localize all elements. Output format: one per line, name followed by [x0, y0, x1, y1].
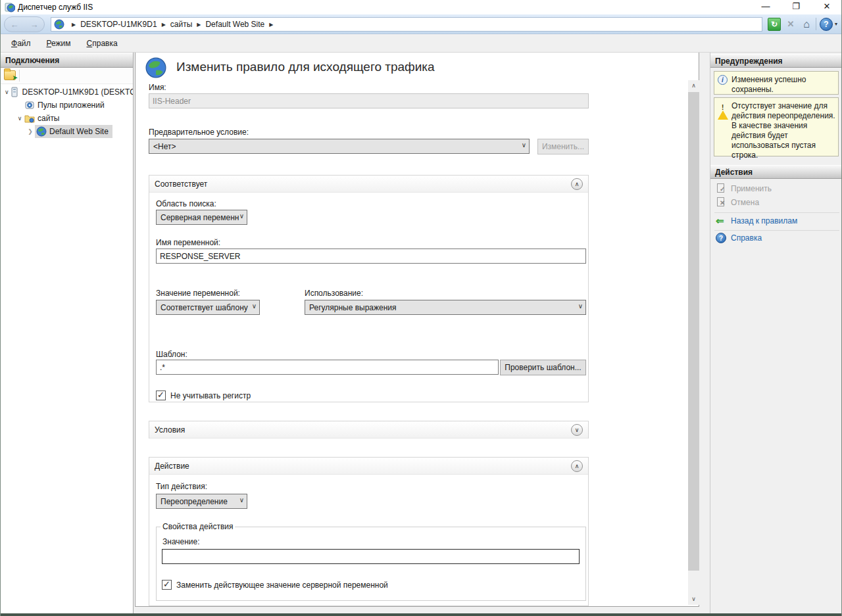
collapse-icon[interactable]: ∨: [5, 89, 9, 95]
breadcrumb-arrow-icon[interactable]: ▶: [162, 22, 166, 28]
menu-help[interactable]: Справка: [82, 36, 123, 51]
chevron-down-icon: ∨: [578, 302, 583, 310]
ignore-case-checkbox[interactable]: [156, 391, 166, 400]
page-globe-icon: [145, 57, 167, 79]
app-pools-icon: [24, 100, 35, 110]
tree-item-sites[interactable]: ∨ сайты: [1, 112, 133, 125]
breadcrumb-item-sites[interactable]: сайты: [170, 20, 193, 29]
value-label: Значение:: [162, 537, 200, 546]
action-section-title: Действие: [149, 458, 588, 475]
nav-buttons: ← →: [4, 16, 45, 32]
apply-label: Применить: [731, 184, 772, 193]
precondition-select[interactable]: <Нет> ∨: [149, 139, 530, 154]
variable-value-select[interactable]: Соответствует шаблону ∨: [156, 300, 260, 315]
title-bar: Диспетчер служб IIS — ❐ ✕: [1, 0, 842, 14]
precondition-value: <Нет>: [153, 142, 176, 151]
menu-view[interactable]: Режим: [41, 36, 76, 51]
back-to-rules-label[interactable]: Назад к правилам: [731, 216, 797, 225]
tree-item-label: Default Web Site: [49, 127, 109, 136]
cancel-action: ✕ Отмена: [716, 197, 759, 208]
chevron-down-icon: ∨: [522, 141, 526, 149]
globe-icon: [54, 19, 64, 30]
chevron-down-icon: ∨: [239, 496, 244, 504]
expand-section-button[interactable]: ∨: [571, 424, 583, 436]
test-pattern-button[interactable]: Проверить шаблон...: [500, 360, 586, 375]
menu-bar: Файл Режим Справка: [1, 34, 842, 53]
collapse-section-button[interactable]: ∧: [571, 460, 583, 472]
scope-label: Область поиска:: [156, 199, 216, 208]
name-label: Имя:: [149, 83, 166, 92]
toolbar-divider: [816, 18, 816, 30]
tree-item-label: сайты: [37, 114, 60, 123]
collapse-section-button[interactable]: ∧: [571, 178, 583, 190]
expand-icon[interactable]: ❯: [26, 128, 35, 135]
usage-label: Использование:: [305, 289, 363, 298]
conditions-section-title: Условия: [149, 421, 588, 438]
ignore-case-label[interactable]: Не учитывать регистр: [170, 391, 251, 400]
help-icon: ?: [716, 233, 726, 243]
tree-item-label: Пулы приложений: [37, 101, 105, 110]
home-icon[interactable]: ⌂: [800, 18, 813, 31]
apply-action: ✓ Применить: [716, 183, 772, 194]
help-icon[interactable]: ?: [820, 18, 833, 31]
close-button[interactable]: ✕: [816, 0, 838, 14]
scroll-down-icon[interactable]: ∨: [688, 594, 699, 605]
collapse-icon[interactable]: ∨: [15, 115, 24, 122]
restore-button[interactable]: ❐: [785, 0, 807, 14]
refresh-icon[interactable]: ↻: [768, 18, 781, 31]
connections-tree: ∨ DESKTOP-U1MK9D1 (DESKTOI Пулы приложен…: [1, 85, 133, 138]
connections-panel: Подключения ➤ ∨ DESKTOP-U1MK9D1 (DESKTOI: [1, 53, 134, 613]
action-type-value: Переопределение: [161, 497, 228, 506]
cancel-icon: ✕: [716, 197, 726, 208]
pattern-field[interactable]: [156, 360, 499, 375]
help-link[interactable]: ? Справка: [716, 233, 762, 243]
breadcrumb-item-server[interactable]: DESKTOP-U1MK9D1: [80, 20, 157, 29]
breadcrumb-arrow-icon[interactable]: ▶: [197, 22, 201, 28]
server-icon: [9, 87, 20, 97]
back-to-rules-link[interactable]: ⇐ Назад к правилам: [716, 216, 797, 226]
conditions-section: Условия ∨: [149, 421, 589, 438]
help-label[interactable]: Справка: [731, 233, 762, 243]
usage-select[interactable]: Регулярные выражения ∨: [305, 300, 586, 315]
breadcrumb[interactable]: ▶ DESKTOP-U1MK9D1 ▶ сайты ▶ Default Web …: [51, 17, 762, 32]
scrollbar-thumb[interactable]: [688, 92, 699, 571]
actions-header: Действия: [710, 165, 842, 179]
action-section: Действие ∧ Тип действия: Переопределение…: [149, 457, 589, 606]
panel-gap: [135, 607, 699, 613]
divider: [714, 212, 839, 213]
menu-file[interactable]: Файл: [6, 36, 36, 51]
value-field[interactable]: [162, 549, 580, 564]
variable-value: Соответствует шаблону: [161, 303, 248, 312]
info-message: Изменения успешно сохранены.: [731, 75, 806, 94]
name-field: [149, 93, 589, 108]
match-section-title: Соответствует: [149, 176, 588, 193]
forward-icon: →: [30, 20, 39, 30]
tree-item-default-web-site[interactable]: ❯ Default Web Site: [1, 125, 133, 138]
scroll-up-icon[interactable]: ∧: [688, 80, 699, 91]
tree-item-app-pools[interactable]: Пулы приложений: [1, 99, 133, 112]
actions-panel: Предупреждения i Изменения успешно сохра…: [710, 53, 842, 613]
back-arrow-icon: ⇐: [716, 216, 726, 226]
save-connection-icon[interactable]: ➤: [4, 70, 16, 80]
tree-item-server[interactable]: ∨ DESKTOP-U1MK9D1 (DESKTOI: [1, 85, 133, 99]
breadcrumb-arrow-icon[interactable]: ▶: [269, 22, 273, 28]
action-properties-legend: Свойства действия: [161, 522, 235, 531]
app-icon: [5, 2, 15, 12]
replace-value-checkbox[interactable]: [162, 580, 172, 590]
help-caret-icon[interactable]: ▾: [835, 21, 837, 27]
variable-value-label: Значение переменной:: [156, 289, 240, 298]
apply-icon: ✓: [716, 183, 726, 194]
warning-notice: Отсутствует значение для действия переоп…: [714, 97, 839, 156]
page-title: Изменить правило для исходящего трафика: [176, 60, 435, 74]
iis-manager-window: Диспетчер служб IIS — ❐ ✕ ← → ▶ DESKTOP-…: [0, 0, 842, 616]
scope-select[interactable]: Серверная переменн ∨: [156, 210, 247, 225]
vertical-scrollbar[interactable]: ∧ ∨: [688, 80, 699, 605]
back-icon: ←: [11, 20, 19, 30]
precondition-label: Предварительное условие:: [149, 128, 249, 137]
sites-folder-icon: [24, 113, 35, 124]
replace-value-label[interactable]: Заменить действующее значение серверной …: [176, 580, 388, 590]
variable-name-field[interactable]: [156, 249, 586, 264]
action-type-select[interactable]: Переопределение ∨: [156, 494, 247, 509]
minimize-button[interactable]: —: [755, 0, 777, 14]
breadcrumb-item-default-web-site[interactable]: Default Web Site: [205, 20, 264, 29]
